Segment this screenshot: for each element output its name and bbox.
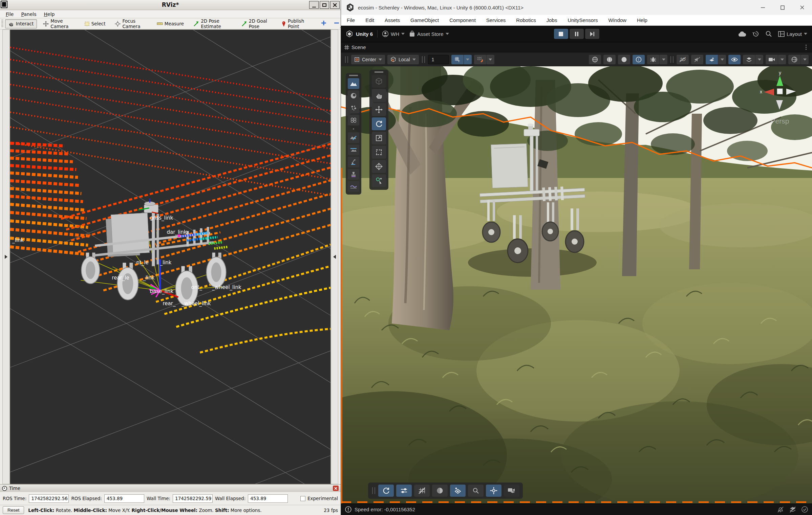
audio-mute-toggle[interactable] xyxy=(691,55,703,64)
unity-maximize-button[interactable] xyxy=(773,0,792,15)
skybox-toggle[interactable] xyxy=(633,55,645,64)
layers-button[interactable] xyxy=(743,55,755,64)
y-axis-cone[interactable] xyxy=(776,76,783,86)
terrain-paint-holes-tool[interactable] xyxy=(348,90,359,101)
camera-settings-button[interactable] xyxy=(766,55,778,64)
menu-file[interactable]: File xyxy=(347,17,355,23)
rviz-close-button[interactable] xyxy=(330,1,340,9)
gizmos-dropdown[interactable] xyxy=(800,55,809,64)
pause-button[interactable] xyxy=(570,29,584,39)
notifications-muted-icon[interactable] xyxy=(777,507,784,513)
grid-options-dropdown[interactable] xyxy=(464,55,472,64)
projection-mode-label[interactable]: Persp xyxy=(758,117,802,125)
wall-time-input[interactable]: 1742582292.59 xyxy=(173,494,213,503)
displays-panel-collapsed[interactable] xyxy=(2,29,10,484)
unity-scene-view[interactable]: y x Persp xyxy=(341,66,812,503)
terrain-paint-trees-tool[interactable] xyxy=(348,115,359,126)
camera-preview-button[interactable] xyxy=(504,485,519,497)
terrain-sculpt-tool[interactable] xyxy=(348,78,359,89)
search-icon[interactable] xyxy=(765,30,772,37)
x-axis-cone[interactable] xyxy=(764,89,774,95)
snap-options-dropdown[interactable] xyxy=(486,55,494,64)
lighting-toggle[interactable] xyxy=(618,55,630,64)
palette-grip[interactable] xyxy=(372,487,375,494)
menu-file[interactable]: File xyxy=(3,11,17,18)
history-icon[interactable] xyxy=(752,30,759,37)
tool-2d-pose-estimate[interactable]: 2D Pose Estimate xyxy=(190,17,235,31)
layers-dropdown[interactable] xyxy=(755,55,763,64)
tool-2d-goal-pose[interactable]: 2D Goal Pose xyxy=(238,17,275,31)
menu-jobs[interactable]: Jobs xyxy=(547,17,557,23)
reset-button[interactable]: Reset xyxy=(3,506,24,514)
toolbar-grip[interactable] xyxy=(345,56,348,63)
status-ok-icon[interactable] xyxy=(802,506,808,513)
tool-measure[interactable]: Measure xyxy=(153,19,187,28)
cloud-icon[interactable] xyxy=(738,31,746,37)
tool-publish-point[interactable]: Publish Point xyxy=(278,17,314,31)
ros-elapsed-input[interactable]: 453.89 xyxy=(104,494,144,503)
effects-toggle[interactable] xyxy=(706,55,718,64)
palette-grip[interactable] xyxy=(375,71,383,73)
unity-titlebar[interactable]: ecosim - Schenley - Windows, Mac, Linux … xyxy=(341,0,812,15)
toolbar-grip[interactable] xyxy=(422,56,425,63)
grid-overlay-toggle[interactable] xyxy=(414,485,430,497)
z-axis-cone[interactable] xyxy=(786,89,796,95)
shading-shaded-wire-button[interactable] xyxy=(603,55,616,64)
tool-select[interactable]: Select xyxy=(81,19,109,28)
scale-tool[interactable] xyxy=(372,132,386,144)
palette-grip[interactable] xyxy=(349,75,358,76)
grid-visibility-toggle[interactable]: Y xyxy=(451,55,464,64)
rviz-3d-viewport[interactable]: gnss_link dar_link nt_le _link rear_le _… xyxy=(10,29,331,484)
menu-panels[interactable]: Panels xyxy=(18,11,39,18)
shading-overlay-button[interactable] xyxy=(432,485,448,497)
layout-dropdown[interactable]: Layout xyxy=(778,31,807,37)
wall-elapsed-input[interactable]: 453.89 xyxy=(248,494,288,503)
time-panel-close-button[interactable] xyxy=(333,486,339,491)
menu-robotics[interactable]: Robotics xyxy=(516,17,536,23)
terrain-smooth-tool[interactable] xyxy=(348,181,359,192)
unity-minimize-button[interactable] xyxy=(753,0,773,15)
add-tool-button[interactable] xyxy=(321,20,326,27)
gizmo-center-cube[interactable] xyxy=(777,89,783,94)
menu-assets[interactable]: Assets xyxy=(385,17,400,23)
play-button-active[interactable] xyxy=(554,29,568,39)
snap-increment-toggle[interactable] xyxy=(474,55,486,64)
camera-settings-overlay-button[interactable] xyxy=(396,485,412,497)
rotate-tool[interactable] xyxy=(372,117,386,130)
status-message[interactable]: Speed error: -0,001156352 xyxy=(355,507,415,512)
terrain-raise-lower-tool[interactable] xyxy=(348,132,359,143)
tool-interact[interactable]: Interact xyxy=(5,19,37,28)
move-overlay-button[interactable] xyxy=(486,485,501,497)
tool-handle-rotation-dropdown[interactable]: Local xyxy=(387,55,419,64)
scene-visibility-toggle[interactable] xyxy=(728,55,741,64)
pan-tool[interactable] xyxy=(372,89,386,102)
experimental-checkbox[interactable] xyxy=(300,496,305,501)
rviz-maximize-button[interactable] xyxy=(320,1,329,9)
layers-muted-icon[interactable] xyxy=(789,507,796,513)
shading-wireframe-button[interactable] xyxy=(589,55,601,64)
transform-tool[interactable] xyxy=(372,160,386,173)
menu-component[interactable]: Component xyxy=(449,17,476,23)
tool-focus-camera[interactable]: Focus Camera xyxy=(111,17,150,31)
asset-store-dropdown[interactable]: Asset Store xyxy=(409,30,449,37)
toolbar-grip[interactable] xyxy=(1,20,3,28)
terrain-set-height-tool[interactable] xyxy=(348,144,359,155)
ros-time-input[interactable]: 1742582292.56 xyxy=(29,494,69,503)
menu-window[interactable]: Window xyxy=(608,17,626,23)
terrain-shovel-tool[interactable] xyxy=(348,157,359,167)
remove-tool-button[interactable] xyxy=(334,20,339,27)
debug-options-dropdown[interactable] xyxy=(659,55,667,64)
account-dropdown[interactable]: WH xyxy=(382,30,405,37)
down-axis-cone[interactable] xyxy=(776,100,783,110)
effects-options-dropdown[interactable] xyxy=(718,55,726,64)
move-tool[interactable] xyxy=(372,103,386,116)
rviz-minimize-button[interactable] xyxy=(309,1,319,9)
gizmos-toggle[interactable] xyxy=(788,55,800,64)
toolbar-grip[interactable] xyxy=(670,56,674,63)
menu-help[interactable]: Help xyxy=(637,17,647,23)
rect-tool[interactable] xyxy=(372,146,386,159)
lightmap-overlay-button[interactable] xyxy=(450,485,466,497)
step-button[interactable] xyxy=(585,29,599,39)
unity-close-button[interactable] xyxy=(792,0,812,15)
tab-scene[interactable]: Scene xyxy=(344,44,366,50)
